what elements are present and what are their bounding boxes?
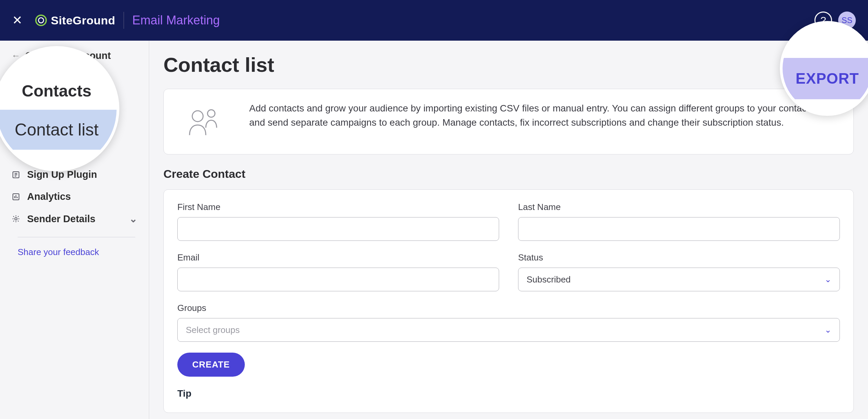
label-email: Email — [177, 252, 499, 263]
people-illustration-icon — [180, 101, 228, 142]
svg-point-6 — [208, 110, 215, 117]
plugin-icon — [12, 170, 20, 179]
lens-left-heading: Contacts — [0, 82, 117, 100]
form-row-2: Email Status Subscribed ⌄ — [177, 252, 840, 291]
label-first-name: First Name — [177, 202, 499, 212]
status-value: Subscribed — [527, 274, 571, 285]
input-first-name[interactable] — [177, 217, 499, 241]
create-contact-heading: Create Contact — [163, 167, 854, 181]
export-button-magnified[interactable]: EXPORT — [783, 58, 868, 99]
label-last-name: Last Name — [518, 202, 840, 212]
svg-point-0 — [36, 15, 46, 25]
info-text: Add contacts and grow your audience by i… — [249, 101, 826, 130]
sidebar-item-label: Sender Details — [27, 213, 95, 225]
input-last-name[interactable] — [518, 217, 840, 241]
form-row-1: First Name Last Name — [177, 202, 840, 241]
create-contact-form: First Name Last Name Email Status Subscr… — [163, 189, 854, 413]
label-status: Status — [518, 252, 840, 263]
input-email[interactable] — [177, 268, 499, 291]
page-title: Contact list — [163, 53, 274, 77]
header-section-title[interactable]: Email Marketing — [132, 13, 220, 27]
info-card: Add contacts and grow your audience by i… — [163, 89, 854, 154]
chevron-down-icon: ⌄ — [825, 325, 831, 335]
create-button[interactable]: CREATE — [177, 353, 245, 377]
share-feedback-link[interactable]: Share your feedback — [0, 237, 149, 257]
chevron-down-icon: ⌄ — [129, 213, 137, 225]
form-row-3: Groups Select groups ⌄ — [177, 303, 840, 342]
brand-logo[interactable]: SiteGround — [35, 14, 115, 27]
field-last-name: Last Name — [518, 202, 840, 241]
tip-heading: Tip — [177, 388, 840, 399]
top-header: ✕ SiteGround Email Marketing ? SS — [0, 0, 868, 41]
svg-point-4 — [15, 218, 17, 220]
field-status: Status Subscribed ⌄ — [518, 252, 840, 291]
sidebar-item-analytics[interactable]: Analytics — [0, 186, 149, 208]
label-groups: Groups — [177, 303, 840, 313]
gear-icon — [12, 214, 20, 223]
body-wrap: ← Go To My Account Sign Up Plugin Analyt… — [0, 41, 868, 419]
field-first-name: First Name — [177, 202, 499, 241]
analytics-icon — [12, 192, 20, 201]
select-groups[interactable]: Select groups ⌄ — [177, 318, 840, 342]
page-head-row: Contact list IMPORT — [163, 53, 854, 77]
sidebar-item-label: Analytics — [27, 191, 71, 202]
field-groups: Groups Select groups ⌄ — [177, 303, 840, 342]
svg-point-5 — [192, 111, 203, 122]
logo-swirl-icon — [35, 14, 47, 27]
lens-left-item[interactable]: Contact list — [0, 110, 117, 150]
close-icon[interactable]: ✕ — [12, 14, 22, 26]
brand-wrap: SiteGround Email Marketing — [35, 12, 220, 29]
header-divider — [123, 12, 124, 29]
select-status[interactable]: Subscribed ⌄ — [518, 268, 840, 291]
sidebar-item-sender-details[interactable]: Sender Details ⌄ — [0, 208, 149, 230]
brand-name: SiteGround — [51, 14, 115, 27]
chevron-down-icon: ⌄ — [825, 275, 831, 284]
field-email: Email — [177, 252, 499, 291]
main-content: Contact list IMPORT Add contacts and gro… — [149, 41, 868, 419]
groups-placeholder: Select groups — [186, 325, 240, 335]
svg-point-1 — [38, 18, 43, 23]
